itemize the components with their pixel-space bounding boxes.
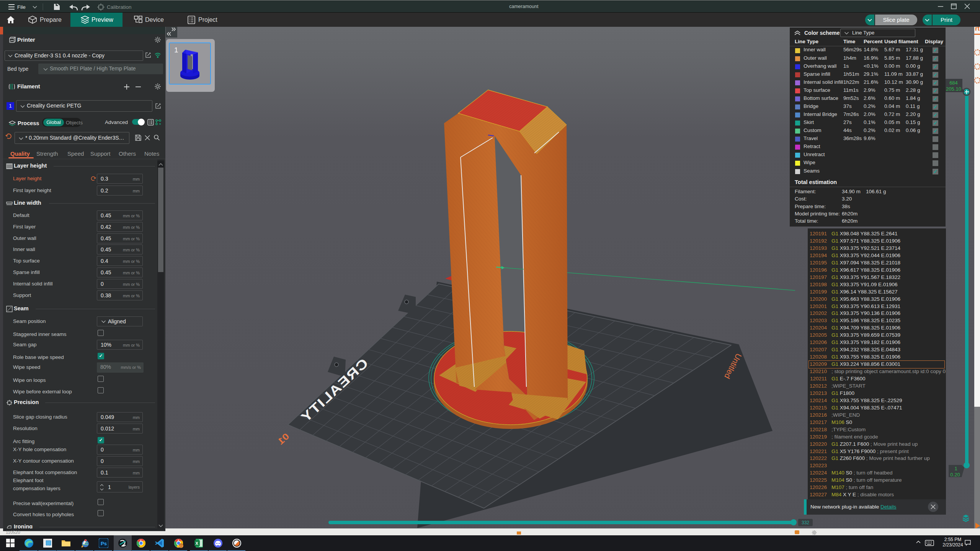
svg-text:Ps: Ps (101, 541, 107, 546)
svg-text:1: 1 (954, 466, 957, 471)
svg-text:File: File (17, 4, 26, 10)
svg-text:332: 332 (802, 520, 809, 525)
svg-text:684: 684 (949, 80, 958, 86)
svg-text:205.10: 205.10 (946, 86, 961, 92)
svg-text:Calibration: Calibration (107, 4, 132, 10)
svg-text:X: X (196, 541, 199, 546)
svg-text:0.20: 0.20 (950, 472, 960, 478)
